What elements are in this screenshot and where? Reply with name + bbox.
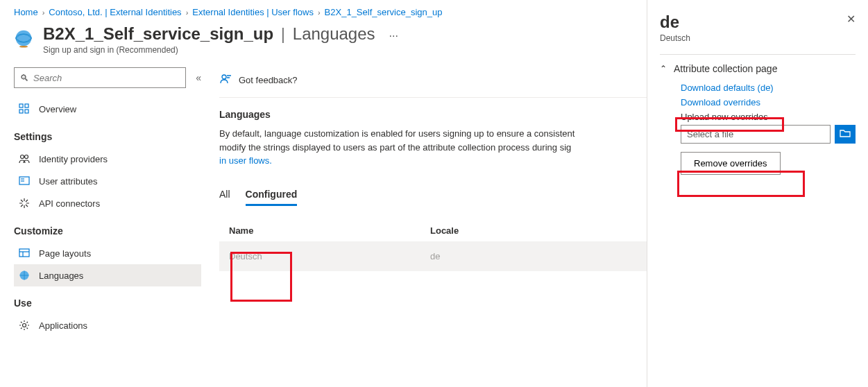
- svg-point-2: [19, 46, 28, 48]
- attributes-icon: [18, 175, 31, 187]
- identity-icon: [18, 153, 31, 165]
- feedback-icon: [219, 73, 232, 87]
- sidebar-item-identity-providers[interactable]: Identity providers: [14, 148, 201, 170]
- sidebar-item-label: Identity providers: [39, 154, 108, 164]
- download-overrides-link[interactable]: Download overrides: [681, 97, 856, 108]
- globe-icon: [14, 28, 33, 48]
- breadcrumb-user-flows[interactable]: External Identities | User flows: [192, 7, 314, 17]
- sidebar-item-applications[interactable]: Applications: [14, 314, 201, 336]
- divider: [660, 54, 856, 55]
- tab-configured[interactable]: Configured: [246, 184, 298, 206]
- breadcrumb-sep: ›: [318, 8, 321, 17]
- file-input[interactable]: Select a file: [681, 125, 831, 144]
- svg-rect-12: [19, 249, 29, 257]
- svg-rect-4: [25, 104, 28, 108]
- sidebar-item-page-layouts[interactable]: Page layouts: [14, 242, 201, 264]
- dashboard-icon: [18, 103, 31, 115]
- sidebar-item-overview[interactable]: Overview: [14, 98, 201, 120]
- svg-point-8: [25, 155, 28, 159]
- download-defaults-link[interactable]: Download defaults (de): [681, 83, 856, 93]
- gear-icon: [18, 319, 31, 332]
- search-field[interactable]: [33, 73, 180, 83]
- td-locale: de: [430, 251, 569, 261]
- sidebar: 🔍︎ « Overview Settings Identity provider…: [0, 67, 208, 336]
- search-input[interactable]: 🔍︎: [14, 67, 186, 88]
- sidebar-item-languages[interactable]: Languages: [14, 264, 201, 286]
- sidebar-section-settings: Settings: [14, 131, 201, 142]
- body-link[interactable]: in user flows.: [219, 155, 272, 166]
- svg-rect-3: [19, 104, 23, 108]
- sidebar-section-use: Use: [14, 298, 201, 309]
- sidebar-item-api-connectors[interactable]: API connectors: [14, 192, 201, 214]
- tab-all[interactable]: All: [219, 184, 230, 206]
- detail-panel: de Deutsch ✕ ⌃ Attribute collection page…: [647, 0, 868, 387]
- connectors-icon: [18, 197, 31, 209]
- breadcrumb-current[interactable]: B2X_1_Self_service_sign_up: [325, 7, 443, 17]
- svg-point-7: [21, 155, 24, 159]
- page-desc: Sign up and sign in (Recommended): [43, 45, 375, 55]
- page-title: B2X_1_Self_service_sign_up | Languages: [43, 31, 375, 42]
- sidebar-item-user-attributes[interactable]: User attributes: [14, 170, 201, 192]
- browse-button[interactable]: [835, 125, 856, 144]
- panel-title: de: [660, 12, 690, 32]
- accordion-title: Attribute collection page: [674, 63, 777, 74]
- search-icon: 🔍︎: [20, 73, 29, 83]
- chevron-up-icon: ⌃: [660, 64, 667, 74]
- breadcrumb-home[interactable]: Home: [14, 7, 38, 17]
- breadcrumb-contoso[interactable]: Contoso, Ltd. | External Identities: [49, 7, 181, 17]
- sidebar-item-label: Page layouts: [39, 248, 91, 259]
- sidebar-item-label: API connectors: [39, 198, 100, 209]
- sidebar-item-label: Overview: [39, 104, 76, 114]
- folder-icon: [840, 128, 851, 141]
- layouts-icon: [18, 247, 31, 259]
- page-subtitle: Languages: [293, 24, 375, 43]
- upload-label: Upload new overrides: [681, 112, 856, 122]
- sidebar-item-label: User attributes: [39, 176, 98, 187]
- close-icon[interactable]: ✕: [846, 12, 856, 26]
- svg-point-17: [222, 75, 226, 79]
- breadcrumb-sep: ›: [186, 8, 189, 17]
- th-name[interactable]: Name: [229, 225, 430, 236]
- accordion-header[interactable]: ⌃ Attribute collection page: [660, 63, 856, 74]
- td-name: Deutsch: [229, 251, 430, 261]
- panel-subtitle: Deutsch: [660, 33, 690, 43]
- remove-overrides-button[interactable]: Remove overrides: [681, 152, 781, 175]
- more-icon[interactable]: ···: [389, 30, 398, 42]
- svg-point-16: [23, 324, 26, 327]
- svg-point-0: [16, 31, 32, 46]
- collapse-icon[interactable]: «: [196, 72, 201, 83]
- globe-small-icon: [18, 269, 31, 282]
- breadcrumb-sep: ›: [42, 8, 45, 17]
- sidebar-item-label: Applications: [39, 320, 87, 331]
- th-locale[interactable]: Locale: [430, 225, 569, 236]
- feedback-label: Got feedback?: [239, 75, 298, 85]
- svg-rect-6: [25, 110, 28, 113]
- sidebar-item-label: Languages: [39, 270, 83, 281]
- svg-rect-5: [19, 110, 23, 113]
- sidebar-section-customize: Customize: [14, 225, 201, 237]
